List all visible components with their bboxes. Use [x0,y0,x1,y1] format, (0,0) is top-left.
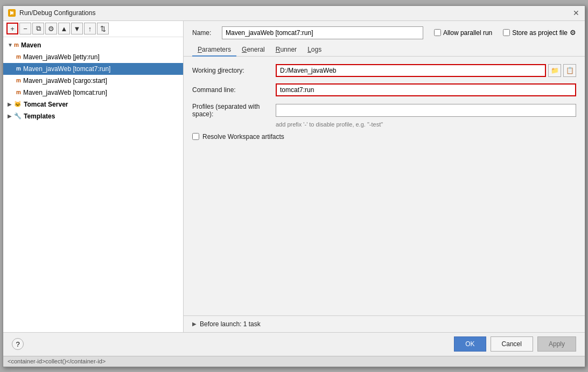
tab-logs[interactable]: Logs [302,44,327,57]
copy-config-button[interactable]: ⧉ [32,23,44,34]
tab-runner-label: Runner [276,46,297,53]
tree-group-maven[interactable]: ▼ m Maven [3,39,183,51]
before-launch-section: ▶ Before launch: 1 task [184,315,585,332]
maven-item4-label: Maven_javaWeb [tomcat:run] [23,89,107,96]
maven-item2-label: Maven_javaWeb [tomcat7:run] [23,65,111,73]
working-directory-folder-button[interactable]: 📁 [548,64,561,77]
tree-item-maven3[interactable]: m Maven_javaWeb [cargo:start] [3,75,183,87]
store-as-project-section: Store as project file ⚙ [503,29,576,37]
tab-general[interactable]: General [236,44,270,57]
cancel-button[interactable]: Cancel [491,336,533,352]
maven-item2-icon: m [16,66,21,72]
before-launch-label: Before launch: 1 task [200,320,261,328]
tomcat-label: Tomcat Server [24,101,68,108]
maven-item3-label: Maven_javaWeb [cargo:start] [23,77,107,85]
templates-label: Templates [24,113,55,120]
move-up-button[interactable]: ▲ [58,23,70,34]
tab-parameters-label: Parameters [198,46,231,53]
maven-item4-icon: m [16,89,21,95]
sort-button[interactable]: ⇅ [97,23,109,34]
ok-button[interactable]: OK [454,336,486,352]
share-button[interactable]: ↑ [84,23,96,34]
command-line-input[interactable] [276,83,576,96]
add-config-button[interactable]: + [6,23,18,34]
move-down-button[interactable]: ▼ [71,23,83,34]
allow-parallel-checkbox[interactable] [434,29,441,36]
store-as-project-label: Store as project file [512,29,568,37]
working-directory-input[interactable] [276,64,546,77]
command-line-label: Command line: [192,86,276,94]
maven-item3-icon: m [16,78,21,83]
profiles-row: Profiles (separated with space): [192,103,576,118]
tree-item-maven4[interactable]: m Maven_javaWeb [tomcat:run] [3,87,183,99]
command-line-row: Command line: [192,83,576,96]
maven-item1-label: Maven_javaWeb [jetty:run] [23,53,100,61]
working-directory-row: Working directory: 📁 📋 [192,64,576,77]
tomcat-icon: 🐱 [14,101,22,108]
name-input[interactable] [222,26,423,39]
resolve-workspace-row: Resolve Workspace artifacts [192,133,576,141]
maven-group-icon: m [14,42,19,48]
apply-button[interactable]: Apply [537,336,576,352]
working-directory-var-button[interactable]: 📋 [563,64,576,77]
allow-parallel-label: Allow parallel run [443,29,492,37]
tab-logs-label: Logs [307,46,321,53]
remove-config-button[interactable]: − [19,23,31,34]
working-directory-input-wrap: 📁 📋 [276,64,576,77]
resolve-workspace-label: Resolve Workspace artifacts [202,133,284,141]
right-panel: Name: Allow parallel run Store as projec… [184,21,585,332]
help-button[interactable]: ? [12,338,24,350]
titlebar: Run/Debug Configurations ✕ [3,6,585,21]
tabs-bar: Parameters General Runner Logs [184,44,585,57]
command-line-input-wrap [276,83,576,96]
maven-group-label: Maven [21,41,41,49]
before-launch-row[interactable]: ▶ Before launch: 1 task [192,320,576,328]
tab-general-label: General [242,46,265,53]
tree-item-tomcat[interactable]: ▶ 🐱 Tomcat Server [3,99,183,110]
allow-parallel-section: Allow parallel run [434,29,492,37]
settings-config-button[interactable]: ⚙ [45,23,57,34]
store-settings-icon[interactable]: ⚙ [570,29,576,37]
tab-parameters[interactable]: Parameters [192,44,236,57]
tree-item-templates[interactable]: ▶ 🔧 Templates [3,110,183,122]
run-debug-dialog: Run/Debug Configurations ✕ + − ⧉ ⚙ ▲ ▼ ↑… [3,5,585,367]
tomcat-expand-arrow: ▶ [8,101,14,107]
run-debug-icon [8,9,16,17]
parameters-content: Working directory: 📁 📋 Command line: [184,57,585,315]
tree-item-maven2[interactable]: m Maven_javaWeb [tomcat7:run] [3,63,183,75]
templates-icon: 🔧 [14,113,22,120]
main-content: + − ⧉ ⚙ ▲ ▼ ↑ ⇅ ▼ m Maven [3,21,585,332]
maven-item1-icon: m [16,54,21,60]
profiles-label: Profiles (separated with space): [192,103,276,118]
profiles-hint: add prefix '-' to disable profile, e.g. … [276,121,576,128]
tree-item-maven1[interactable]: m Maven_javaWeb [jetty:run] [3,51,183,63]
left-toolbar: + − ⧉ ⚙ ▲ ▼ ↑ ⇅ [3,21,183,37]
working-directory-label: Working directory: [192,67,276,74]
before-launch-arrow: ▶ [192,321,197,327]
resolve-workspace-checkbox[interactable] [192,133,199,140]
dialog-title: Run/Debug Configurations [19,9,95,17]
bottom-bar: ? OK Cancel Apply [3,332,585,356]
svg-rect-2 [12,11,13,15]
profiles-input-wrap [276,104,576,117]
name-row: Name: Allow parallel run Store as projec… [184,21,585,44]
config-tree: ▼ m Maven m Maven_javaWeb [jetty:run] m … [3,37,183,332]
left-panel: + − ⧉ ⚙ ▲ ▼ ↑ ⇅ ▼ m Maven [3,21,184,332]
store-as-project-checkbox[interactable] [503,29,510,36]
templates-expand-arrow: ▶ [8,113,14,119]
status-bar: <container-id>collect()</container-id> [3,356,585,367]
titlebar-left: Run/Debug Configurations [8,9,95,17]
tab-runner[interactable]: Runner [270,44,302,57]
name-field-label: Name: [192,29,216,37]
close-button[interactable]: ✕ [572,9,580,17]
profiles-input[interactable] [276,104,576,117]
maven-expand-arrow: ▼ [8,42,14,48]
status-text: <container-id>collect()</container-id> [8,358,106,364]
